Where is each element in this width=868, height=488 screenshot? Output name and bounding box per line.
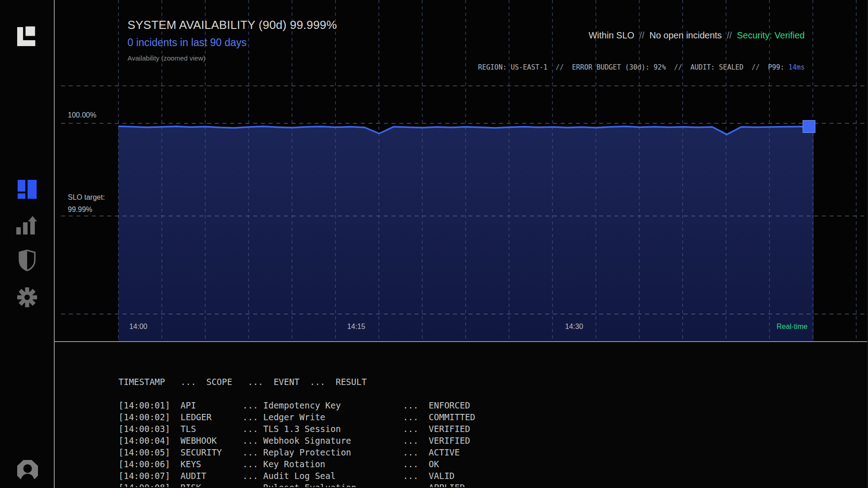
status-separator: //: [634, 30, 649, 40]
status-line: Within SLO // No open incidents // Secur…: [437, 20, 805, 51]
x-axis: 14:0014:1514:30Real-time: [54, 323, 868, 332]
availability-panel: SYSTEM AVAILABILITY (90d) 99.999% 0 inci…: [54, 0, 868, 342]
main-content: SYSTEM AVAILABILITY (90d) 99.999% 0 inci…: [54, 0, 868, 488]
x-tick-label: 14:30: [554, 323, 594, 331]
event-log-panel: TIMESTAMP ... SCOPE ... EVENT ... RESULT…: [54, 342, 868, 487]
status-separator: //: [722, 30, 737, 40]
sidebar-item-analytics[interactable]: [16, 216, 37, 235]
status-block: Within SLO // No open incidents // Secur…: [437, 20, 805, 80]
x-tick-label: Real-time: [772, 323, 812, 331]
sidebar-divider: [54, 0, 55, 488]
gear-icon: [17, 287, 37, 307]
meta-separator: //: [547, 63, 572, 71]
page-title: SYSTEM AVAILABILITY (90d) 99.999%: [127, 18, 337, 32]
chart-caption: Availability (zoomed view): [127, 54, 337, 62]
meta-error-budget: ERROR BUDGET (30d): 92%: [572, 63, 666, 71]
sidebar: [0, 0, 54, 488]
shield-icon: [18, 249, 36, 271]
meta-p99-value: 14ms: [788, 63, 805, 71]
app-logo[interactable]: [17, 25, 37, 46]
logo-icon: [17, 25, 37, 46]
meta-p99-label: P99:: [768, 63, 788, 71]
status-within-slo: Within SLO: [589, 30, 634, 40]
x-tick-label: 14:15: [336, 323, 377, 331]
status-security-badge: Security: Verified: [737, 30, 805, 40]
y-axis-label-100: 100.00%: [68, 111, 96, 119]
event-log: TIMESTAMP ... SCOPE ... EVENT ... RESULT…: [54, 342, 868, 487]
slo-target-label: SLO target:: [68, 193, 105, 202]
meta-region: REGION: US-EAST-1: [478, 63, 548, 71]
meta-separator: //: [666, 63, 690, 71]
slo-target-value: 99.99%: [68, 206, 92, 214]
sidebar-item-account[interactable]: [17, 460, 38, 482]
meta-audit: AUDIT: SEALED: [690, 63, 743, 71]
user-avatar-icon: [17, 460, 38, 482]
meta-separator: //: [744, 63, 768, 71]
dashboard-icon: [18, 180, 37, 199]
sidebar-item-security[interactable]: [18, 249, 36, 271]
panel-header: SYSTEM AVAILABILITY (90d) 99.999% 0 inci…: [127, 18, 337, 62]
x-tick-label: 14:00: [118, 323, 159, 331]
incidents-subtitle: 0 incidents in last 90 days: [127, 37, 337, 49]
sidebar-item-dashboard[interactable]: [18, 180, 37, 199]
sidebar-item-settings[interactable]: [17, 287, 37, 307]
bar-chart-up-icon: [16, 216, 37, 235]
meta-line: REGION: US-EAST-1 // ERROR BUDGET (30d):…: [437, 55, 805, 80]
status-incidents: No open incidents: [649, 30, 722, 40]
